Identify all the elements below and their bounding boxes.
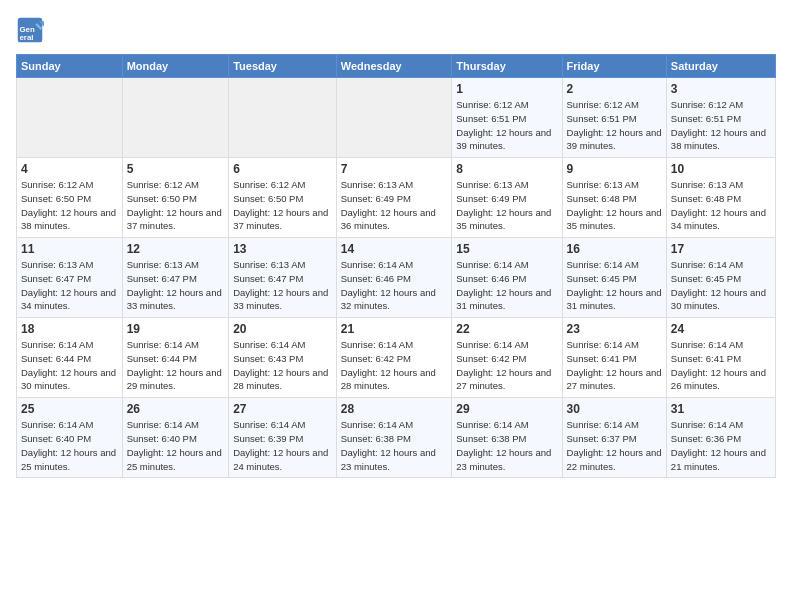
calendar-cell: 25Sunrise: 6:14 AM Sunset: 6:40 PM Dayli… <box>17 398 123 478</box>
calendar-cell: 12Sunrise: 6:13 AM Sunset: 6:47 PM Dayli… <box>122 238 229 318</box>
calendar-cell: 16Sunrise: 6:14 AM Sunset: 6:45 PM Dayli… <box>562 238 666 318</box>
day-info: Sunrise: 6:12 AM Sunset: 6:51 PM Dayligh… <box>456 98 557 153</box>
day-number: 20 <box>233 322 332 336</box>
day-info: Sunrise: 6:14 AM Sunset: 6:44 PM Dayligh… <box>127 338 225 393</box>
calendar-cell: 14Sunrise: 6:14 AM Sunset: 6:46 PM Dayli… <box>336 238 452 318</box>
day-number: 31 <box>671 402 771 416</box>
calendar-cell: 26Sunrise: 6:14 AM Sunset: 6:40 PM Dayli… <box>122 398 229 478</box>
day-number: 11 <box>21 242 118 256</box>
day-number: 29 <box>456 402 557 416</box>
header-cell: Tuesday <box>229 55 337 78</box>
day-number: 24 <box>671 322 771 336</box>
calendar-row: 1Sunrise: 6:12 AM Sunset: 6:51 PM Daylig… <box>17 78 776 158</box>
calendar-table: SundayMondayTuesdayWednesdayThursdayFrid… <box>16 54 776 478</box>
day-number: 3 <box>671 82 771 96</box>
calendar-cell <box>336 78 452 158</box>
calendar-cell: 23Sunrise: 6:14 AM Sunset: 6:41 PM Dayli… <box>562 318 666 398</box>
header-cell: Thursday <box>452 55 562 78</box>
calendar-cell: 21Sunrise: 6:14 AM Sunset: 6:42 PM Dayli… <box>336 318 452 398</box>
day-info: Sunrise: 6:14 AM Sunset: 6:46 PM Dayligh… <box>341 258 448 313</box>
calendar-body: 1Sunrise: 6:12 AM Sunset: 6:51 PM Daylig… <box>17 78 776 478</box>
calendar-cell: 5Sunrise: 6:12 AM Sunset: 6:50 PM Daylig… <box>122 158 229 238</box>
day-number: 6 <box>233 162 332 176</box>
day-info: Sunrise: 6:14 AM Sunset: 6:45 PM Dayligh… <box>567 258 662 313</box>
header: Gen eral <box>16 16 776 44</box>
calendar-cell <box>17 78 123 158</box>
calendar-row: 18Sunrise: 6:14 AM Sunset: 6:44 PM Dayli… <box>17 318 776 398</box>
day-info: Sunrise: 6:13 AM Sunset: 6:49 PM Dayligh… <box>456 178 557 233</box>
day-number: 12 <box>127 242 225 256</box>
day-info: Sunrise: 6:13 AM Sunset: 6:48 PM Dayligh… <box>671 178 771 233</box>
day-number: 9 <box>567 162 662 176</box>
day-info: Sunrise: 6:14 AM Sunset: 6:41 PM Dayligh… <box>671 338 771 393</box>
day-info: Sunrise: 6:14 AM Sunset: 6:36 PM Dayligh… <box>671 418 771 473</box>
logo-icon: Gen eral <box>16 16 44 44</box>
header-cell: Monday <box>122 55 229 78</box>
day-info: Sunrise: 6:14 AM Sunset: 6:37 PM Dayligh… <box>567 418 662 473</box>
day-info: Sunrise: 6:14 AM Sunset: 6:44 PM Dayligh… <box>21 338 118 393</box>
day-info: Sunrise: 6:14 AM Sunset: 6:40 PM Dayligh… <box>21 418 118 473</box>
day-number: 28 <box>341 402 448 416</box>
calendar-cell: 18Sunrise: 6:14 AM Sunset: 6:44 PM Dayli… <box>17 318 123 398</box>
day-number: 15 <box>456 242 557 256</box>
calendar-cell: 3Sunrise: 6:12 AM Sunset: 6:51 PM Daylig… <box>666 78 775 158</box>
day-info: Sunrise: 6:13 AM Sunset: 6:48 PM Dayligh… <box>567 178 662 233</box>
day-number: 8 <box>456 162 557 176</box>
header-cell: Sunday <box>17 55 123 78</box>
day-info: Sunrise: 6:13 AM Sunset: 6:47 PM Dayligh… <box>233 258 332 313</box>
day-number: 1 <box>456 82 557 96</box>
day-number: 30 <box>567 402 662 416</box>
calendar-row: 25Sunrise: 6:14 AM Sunset: 6:40 PM Dayli… <box>17 398 776 478</box>
day-info: Sunrise: 6:14 AM Sunset: 6:39 PM Dayligh… <box>233 418 332 473</box>
day-info: Sunrise: 6:14 AM Sunset: 6:38 PM Dayligh… <box>456 418 557 473</box>
day-number: 27 <box>233 402 332 416</box>
day-info: Sunrise: 6:14 AM Sunset: 6:45 PM Dayligh… <box>671 258 771 313</box>
day-number: 23 <box>567 322 662 336</box>
calendar-cell: 30Sunrise: 6:14 AM Sunset: 6:37 PM Dayli… <box>562 398 666 478</box>
day-info: Sunrise: 6:14 AM Sunset: 6:42 PM Dayligh… <box>456 338 557 393</box>
calendar-cell: 13Sunrise: 6:13 AM Sunset: 6:47 PM Dayli… <box>229 238 337 318</box>
day-number: 2 <box>567 82 662 96</box>
calendar-cell: 8Sunrise: 6:13 AM Sunset: 6:49 PM Daylig… <box>452 158 562 238</box>
header-cell: Wednesday <box>336 55 452 78</box>
day-number: 13 <box>233 242 332 256</box>
calendar-cell: 10Sunrise: 6:13 AM Sunset: 6:48 PM Dayli… <box>666 158 775 238</box>
calendar-cell: 19Sunrise: 6:14 AM Sunset: 6:44 PM Dayli… <box>122 318 229 398</box>
calendar-cell: 1Sunrise: 6:12 AM Sunset: 6:51 PM Daylig… <box>452 78 562 158</box>
calendar-cell: 2Sunrise: 6:12 AM Sunset: 6:51 PM Daylig… <box>562 78 666 158</box>
calendar-cell: 9Sunrise: 6:13 AM Sunset: 6:48 PM Daylig… <box>562 158 666 238</box>
page-container: Gen eral SundayMondayTuesdayWednesdayThu… <box>0 0 792 486</box>
calendar-row: 11Sunrise: 6:13 AM Sunset: 6:47 PM Dayli… <box>17 238 776 318</box>
calendar-cell: 11Sunrise: 6:13 AM Sunset: 6:47 PM Dayli… <box>17 238 123 318</box>
day-number: 22 <box>456 322 557 336</box>
calendar-cell <box>122 78 229 158</box>
day-info: Sunrise: 6:14 AM Sunset: 6:42 PM Dayligh… <box>341 338 448 393</box>
calendar-cell: 24Sunrise: 6:14 AM Sunset: 6:41 PM Dayli… <box>666 318 775 398</box>
day-info: Sunrise: 6:13 AM Sunset: 6:49 PM Dayligh… <box>341 178 448 233</box>
day-number: 7 <box>341 162 448 176</box>
day-number: 18 <box>21 322 118 336</box>
day-info: Sunrise: 6:12 AM Sunset: 6:50 PM Dayligh… <box>127 178 225 233</box>
calendar-cell: 4Sunrise: 6:12 AM Sunset: 6:50 PM Daylig… <box>17 158 123 238</box>
calendar-cell: 17Sunrise: 6:14 AM Sunset: 6:45 PM Dayli… <box>666 238 775 318</box>
day-number: 17 <box>671 242 771 256</box>
calendar-cell: 6Sunrise: 6:12 AM Sunset: 6:50 PM Daylig… <box>229 158 337 238</box>
day-number: 25 <box>21 402 118 416</box>
day-info: Sunrise: 6:12 AM Sunset: 6:51 PM Dayligh… <box>671 98 771 153</box>
calendar-cell: 15Sunrise: 6:14 AM Sunset: 6:46 PM Dayli… <box>452 238 562 318</box>
day-info: Sunrise: 6:14 AM Sunset: 6:38 PM Dayligh… <box>341 418 448 473</box>
calendar-cell: 27Sunrise: 6:14 AM Sunset: 6:39 PM Dayli… <box>229 398 337 478</box>
day-number: 10 <box>671 162 771 176</box>
calendar-row: 4Sunrise: 6:12 AM Sunset: 6:50 PM Daylig… <box>17 158 776 238</box>
day-number: 26 <box>127 402 225 416</box>
day-number: 19 <box>127 322 225 336</box>
day-info: Sunrise: 6:14 AM Sunset: 6:46 PM Dayligh… <box>456 258 557 313</box>
day-info: Sunrise: 6:12 AM Sunset: 6:50 PM Dayligh… <box>21 178 118 233</box>
day-info: Sunrise: 6:14 AM Sunset: 6:43 PM Dayligh… <box>233 338 332 393</box>
calendar-cell: 31Sunrise: 6:14 AM Sunset: 6:36 PM Dayli… <box>666 398 775 478</box>
day-number: 4 <box>21 162 118 176</box>
calendar-cell: 20Sunrise: 6:14 AM Sunset: 6:43 PM Dayli… <box>229 318 337 398</box>
day-info: Sunrise: 6:13 AM Sunset: 6:47 PM Dayligh… <box>127 258 225 313</box>
logo: Gen eral <box>16 16 48 44</box>
calendar-cell <box>229 78 337 158</box>
